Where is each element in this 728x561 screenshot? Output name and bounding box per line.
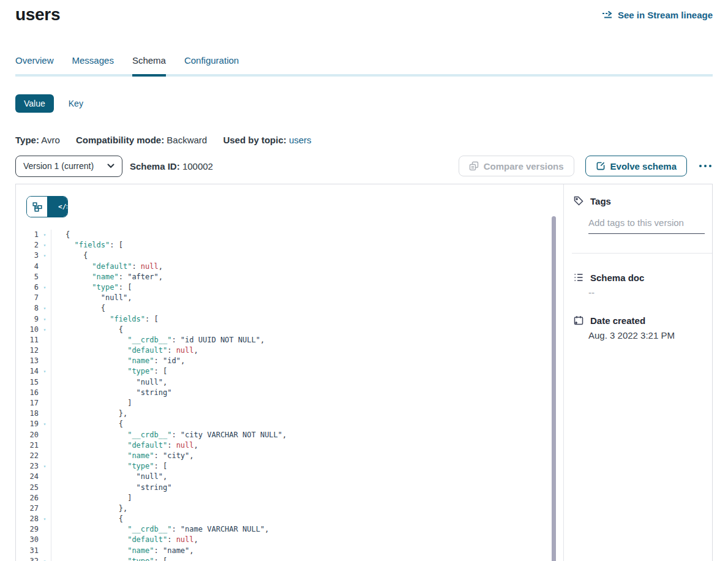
code-text: "fields": [	[51, 240, 123, 250]
code-text: {	[51, 325, 123, 335]
fold-toggle-icon[interactable]: ▾	[39, 556, 51, 561]
line-gutter: 30	[16, 535, 51, 545]
code-line: 29 "__crdb__": "name VARCHAR NULL",	[16, 524, 551, 535]
line-number: 30	[16, 535, 39, 545]
code-line: 22 "name": "city",	[16, 451, 551, 461]
line-number: 25	[16, 483, 39, 493]
add-tags-input[interactable]	[588, 215, 705, 234]
version-select[interactable]: Version 1 (current)	[15, 156, 122, 177]
line-number: 7	[16, 293, 39, 303]
code-text: "__crdb__": "name VARCHAR NULL",	[51, 524, 269, 535]
code-line: 32▾ "type": [	[16, 556, 551, 561]
line-number: 20	[16, 430, 39, 440]
code-text: ]	[51, 493, 132, 503]
fold-spacer	[39, 398, 51, 409]
compatibility-mode: Compatibility mode: Backward	[76, 135, 207, 145]
more-actions-button[interactable]	[698, 161, 713, 171]
editor-view-toggle: </>	[26, 196, 68, 217]
code-text: "name": "after",	[51, 272, 163, 282]
key-tab-link[interactable]: Key	[69, 99, 83, 108]
tab-configuration[interactable]: Configuration	[184, 55, 239, 74]
line-gutter: 4	[16, 262, 51, 272]
line-number: 5	[16, 272, 39, 282]
code-line: 7 "null",	[16, 293, 551, 303]
schema-page: users See in Stream lineage OverviewMess…	[0, 0, 728, 561]
line-gutter: 9▾	[16, 314, 51, 325]
line-gutter: 5	[16, 272, 51, 282]
tab-overview[interactable]: Overview	[15, 55, 54, 74]
tab-messages[interactable]: Messages	[72, 55, 114, 74]
fold-toggle-icon[interactable]: ▾	[39, 419, 51, 429]
code-text: {	[51, 230, 70, 240]
code-line: 8▾ {	[16, 303, 551, 314]
tab-schema[interactable]: Schema	[132, 55, 166, 77]
line-number: 18	[16, 409, 39, 419]
fold-toggle-icon[interactable]: ▾	[39, 282, 51, 293]
line-gutter: 17	[16, 398, 51, 409]
code-view-button[interactable]: </>	[47, 197, 67, 217]
code-line: 3▾ {	[16, 250, 551, 261]
line-number: 22	[16, 451, 39, 461]
code-line: 18 },	[16, 409, 551, 419]
fold-toggle-icon[interactable]: ▾	[39, 514, 51, 524]
schema-doc-value: --	[588, 287, 712, 298]
schema-panel: </> 1▾{2▾ "fields": [3▾ {4 "default": nu…	[15, 184, 713, 561]
code-text: "name": "id",	[51, 356, 185, 366]
code-line: 19▾ {	[16, 419, 551, 429]
line-gutter: 32▾	[16, 556, 51, 561]
code-text: "default": null,	[51, 535, 198, 545]
schema-code-editor[interactable]: 1▾{2▾ "fields": [3▾ {4 "default": null,5…	[16, 230, 551, 561]
stream-lineage-link[interactable]: See in Stream lineage	[602, 10, 713, 20]
fold-toggle-icon[interactable]: ▾	[39, 240, 51, 250]
line-gutter: 16	[16, 388, 51, 398]
fold-toggle-icon[interactable]: ▾	[39, 230, 51, 240]
code-text: {	[51, 419, 123, 429]
code-line: 27 },	[16, 503, 551, 514]
fold-toggle-icon[interactable]: ▾	[39, 303, 51, 314]
line-gutter: 14▾	[16, 366, 51, 377]
code-text: "string"	[51, 483, 171, 493]
schema-side-panel: Tags Schema doc -- Date created	[564, 184, 712, 561]
line-gutter: 7	[16, 293, 51, 303]
line-gutter: 21	[16, 440, 51, 451]
code-line: 6▾ "type": [	[16, 282, 551, 293]
version-actions: Compare versions Evolve schema	[459, 156, 713, 176]
code-line: 31 "name": "name",	[16, 546, 551, 556]
fold-toggle-icon[interactable]: ▾	[39, 250, 51, 261]
line-number: 12	[16, 345, 39, 356]
line-gutter: 28▾	[16, 514, 51, 524]
code-text: "type": [	[51, 282, 132, 293]
line-number: 6	[16, 282, 39, 293]
schema-type: Type: Avro	[15, 135, 60, 145]
ellipsis-dot	[704, 165, 707, 167]
line-number: 10	[16, 325, 39, 335]
fold-toggle-icon[interactable]: ▾	[39, 325, 51, 335]
topic-link[interactable]: users	[289, 135, 312, 145]
fold-toggle-icon[interactable]: ▾	[39, 366, 51, 377]
code-text: "null",	[51, 377, 167, 388]
fold-spacer	[39, 451, 51, 461]
line-gutter: 18	[16, 409, 51, 419]
fold-spacer	[39, 524, 51, 535]
line-number: 31	[16, 546, 39, 556]
date-created-heading: Date created	[564, 315, 712, 326]
evolve-schema-button[interactable]: Evolve schema	[585, 156, 687, 176]
fold-spacer	[39, 440, 51, 451]
tree-view-button[interactable]	[27, 197, 47, 217]
fold-toggle-icon[interactable]: ▾	[39, 461, 51, 472]
code-line: 25 "string"	[16, 483, 551, 493]
fold-spacer	[39, 546, 51, 556]
code-text: "__crdb__": "id UUID NOT NULL",	[51, 335, 265, 345]
code-line: 4 "default": null,	[16, 262, 551, 272]
value-tab-button[interactable]: Value	[15, 94, 54, 113]
line-gutter: 13	[16, 356, 51, 366]
line-gutter: 15	[16, 377, 51, 388]
line-gutter: 26	[16, 493, 51, 503]
fold-spacer	[39, 388, 51, 398]
tag-icon	[573, 195, 584, 206]
editor-scrollbar[interactable]	[552, 216, 556, 561]
line-number: 3	[16, 250, 39, 261]
fold-toggle-icon[interactable]: ▾	[39, 314, 51, 325]
compare-versions-button[interactable]: Compare versions	[459, 156, 574, 176]
fold-spacer	[39, 503, 51, 514]
